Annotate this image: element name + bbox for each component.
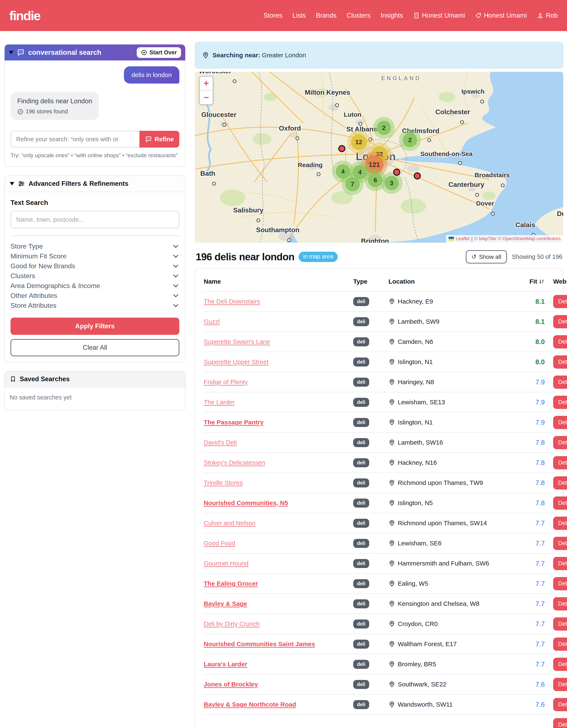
advanced-filters-header[interactable]: Advanced Filters & Refinements [5,176,185,192]
nav-item-insights[interactable]: Insights [381,12,403,19]
conversational-search-header[interactable]: conversational search Start Over [5,45,185,60]
leaflet-link[interactable]: Leaflet [456,236,470,241]
details-button[interactable]: Details [553,355,567,369]
details-button[interactable]: Details [553,436,567,449]
clear-all-button[interactable]: Clear All [10,339,179,356]
store-link[interactable]: Superette Upper Street [204,358,345,365]
store-link[interactable]: Deli by Dirty Crunch [204,620,345,627]
nav-item-lists[interactable]: Lists [293,12,306,19]
zoom-in-button[interactable]: + [200,77,213,90]
details-button[interactable]: Details [553,678,567,691]
chevron-down-icon[interactable] [172,262,179,270]
map[interactable]: + − WorcesterENGLANDMilton KeynesIpswich… [195,72,563,243]
apply-filters-button[interactable]: Apply Filters [10,318,179,335]
store-link[interactable]: Guzzl [204,318,345,325]
store-link[interactable]: Good Food [204,540,345,547]
collapse-triangle-icon[interactable] [10,182,14,185]
column-header-type[interactable]: Type [353,278,380,285]
map-cluster-marker[interactable]: 2 [373,117,395,139]
nav-item-brands[interactable]: Brands [316,12,337,19]
store-marker[interactable] [393,169,400,176]
map-cluster-marker[interactable]: 7 [342,173,364,195]
column-header-fit[interactable]: Fit [521,278,545,285]
app-logo[interactable]: findie [9,8,40,23]
store-link[interactable]: Culver and Nelson [204,520,345,527]
details-button[interactable]: Details [553,597,567,610]
fit-score: 7.8 [521,479,545,487]
collapse-triangle-icon[interactable] [9,51,13,54]
store-link[interactable]: Bayley & Sage [204,600,345,607]
show-all-button[interactable]: ↺ Show all [466,250,507,263]
chevron-down-icon[interactable] [172,272,179,279]
fit-score: 7.8 [521,499,545,507]
filter-section-store-attributes[interactable]: Store Attributes [10,301,179,310]
details-button[interactable]: Details [553,416,567,429]
store-location: Richmond upon Thames, SW14 [389,520,513,527]
filter-section-area-demographics-income[interactable]: Area Demographics & Income [10,281,179,291]
details-button[interactable]: Details [553,557,567,570]
details-button[interactable]: Details [553,496,567,510]
map-cluster-marker[interactable]: 12 [347,130,371,154]
filter-section-good-for-new-brands[interactable]: Good for New Brands [10,261,179,271]
details-button[interactable]: Details [553,315,567,328]
column-header-location[interactable]: Location [389,278,513,285]
column-header-website[interactable]: Website [553,278,567,285]
store-link[interactable]: Bayley & Sage Northcote Road [204,701,345,708]
store-link[interactable]: Gourmet Hound [204,560,345,567]
chevron-down-icon[interactable] [172,282,179,289]
text-search-input[interactable] [10,211,179,228]
nav-item-user-rob[interactable]: Rob [537,12,558,19]
details-button[interactable]: Details [553,476,567,490]
store-link[interactable]: Stokey's Delicatessen [204,459,345,466]
nav-item-brand-honest-umami[interactable]: Honest Umami [475,12,527,19]
tiles-credit-link[interactable]: © MapTiler © OpenStreetMap contributors [474,236,561,241]
chevron-down-icon[interactable] [172,253,179,260]
filter-section-store-type[interactable]: Store Type [10,241,179,251]
filter-section-clusters[interactable]: Clusters [10,271,179,281]
nav: StoresListsBrandsClustersInsightsHonest … [263,12,558,19]
store-link[interactable]: Trindle Stores [204,479,345,486]
details-button[interactable]: Details [553,295,567,308]
refine-search-input[interactable] [10,131,139,148]
map-cluster-marker[interactable]: 3 [381,172,403,194]
details-button[interactable]: Details [553,577,567,590]
store-marker[interactable] [414,172,421,179]
details-button[interactable]: Details [553,718,567,728]
zoom-out-button[interactable]: − [200,90,213,104]
details-button[interactable]: Details [553,456,567,469]
store-link[interactable]: Laura's Larder [204,661,345,668]
nav-item-org-honest-umami[interactable]: Honest Umami [413,12,465,19]
details-button[interactable]: Details [553,698,567,711]
store-link[interactable]: David's Deli [204,439,345,446]
details-button[interactable]: Details [553,517,567,530]
store-link[interactable]: Superette Swain's Lane [204,338,345,345]
store-link[interactable]: The Deli Downstairs [204,298,345,305]
details-button[interactable]: Details [553,376,567,389]
store-link[interactable]: The Ealing Grocer [204,580,345,587]
filter-section-other-attributes[interactable]: Other Attributes [10,291,179,301]
map-cluster-marker[interactable]: 2 [399,129,421,151]
details-button[interactable]: Details [553,617,567,631]
details-button[interactable]: Details [553,537,567,550]
chevron-down-icon[interactable] [172,243,179,250]
filter-section-minimum-fit-score[interactable]: Minimum Fit Score [10,251,179,261]
store-link[interactable]: The Larder [204,399,345,406]
nav-item-stores[interactable]: Stores [263,12,282,19]
refine-button[interactable]: Refine [139,131,179,148]
details-button[interactable]: Details [553,658,567,671]
chevron-down-icon[interactable] [172,302,179,309]
store-marker[interactable] [338,145,346,152]
store-link[interactable]: The Passage Pantry [204,419,345,426]
store-link[interactable]: Nourished Communities Saint James [204,640,345,648]
column-header-name[interactable]: Name [204,278,345,285]
details-button[interactable]: Details [553,396,567,409]
circle-x-icon [141,49,147,56]
store-link[interactable]: Nourished Communities, N5 [204,499,345,507]
details-button[interactable]: Details [553,335,567,348]
store-link[interactable]: Jones of Brockley [204,681,345,688]
details-button[interactable]: Details [553,638,567,651]
start-over-button[interactable]: Start Over [137,47,181,58]
nav-item-clusters[interactable]: Clusters [347,12,371,19]
store-link[interactable]: Fridge of Plenty [204,378,345,386]
chevron-down-icon[interactable] [172,292,179,299]
